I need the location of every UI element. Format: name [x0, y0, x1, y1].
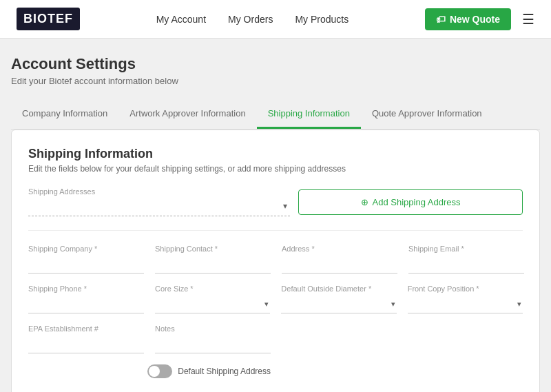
- notes-label: Notes: [155, 324, 271, 333]
- header-right: 🏷 New Quote ☰: [425, 8, 534, 30]
- core-size-select[interactable]: [155, 294, 270, 313]
- tab-artwork-approver[interactable]: Artwork Approver Information: [118, 100, 256, 129]
- form-row-3: EPA Establishment # Notes Default Shippi…: [28, 324, 523, 378]
- tab-quote-approver[interactable]: Quote Approver Information: [361, 100, 493, 129]
- form-row-1: Shipping Company * Shipping Contact * Ad…: [28, 245, 523, 274]
- nav-my-orders[interactable]: My Orders: [228, 14, 273, 25]
- shipping-company-input[interactable]: [28, 254, 144, 274]
- new-quote-label: New Quote: [450, 14, 500, 25]
- nav-my-account[interactable]: My Account: [156, 14, 206, 25]
- plus-circle-icon: ⊕: [361, 197, 368, 207]
- front-copy-position-select-wrap: [408, 294, 523, 313]
- shipping-contact-field: Shipping Contact *: [155, 245, 271, 274]
- add-shipping-address-button[interactable]: ⊕ Add Shipping Address: [298, 189, 523, 215]
- shipping-email-input[interactable]: [408, 254, 524, 274]
- tab-shipping-information[interactable]: Shipping Information: [257, 100, 361, 129]
- new-quote-icon: 🏷: [436, 14, 446, 25]
- epa-label: EPA Establishment #: [28, 324, 144, 333]
- shipping-addresses-select[interactable]: [28, 197, 290, 216]
- shipping-card-subtitle: Edit the fields below for your default s…: [28, 164, 523, 174]
- shipping-contact-input[interactable]: [155, 254, 271, 274]
- tabs-bar: Company Information Artwork Approver Inf…: [11, 100, 540, 130]
- front-copy-position-select[interactable]: [408, 294, 523, 313]
- tab-company-information[interactable]: Company Information: [11, 100, 118, 129]
- default-shipping-toggle-row: Default Shipping Address: [28, 364, 271, 378]
- address-select-label: Shipping Addresses: [28, 187, 290, 196]
- main-content: Account Settings Edit your Biotef accoun…: [0, 39, 551, 392]
- shipping-address-row: Shipping Addresses ▾ ⊕ Add Shipping Addr…: [28, 187, 523, 231]
- nav: My Account My Orders My Products: [156, 14, 349, 25]
- toggle-knob: [149, 366, 160, 377]
- epa-field: EPA Establishment #: [28, 324, 144, 353]
- shipping-email-label: Shipping Email *: [408, 245, 524, 253]
- default-outside-diameter-label: Default Outside Diameter *: [281, 285, 396, 293]
- notes-input[interactable]: [155, 334, 271, 353]
- default-shipping-toggle[interactable]: [147, 364, 172, 378]
- page-title: Account Settings: [11, 55, 540, 73]
- address-label: Address *: [282, 245, 397, 253]
- add-shipping-btn-label: Add Shipping Address: [373, 197, 461, 207]
- front-copy-position-label: Front Copy Position *: [408, 285, 523, 293]
- shipping-card-title: Shipping Information: [28, 147, 523, 161]
- address-input[interactable]: [282, 254, 397, 274]
- header: BIOTEF My Account My Orders My Products …: [0, 0, 551, 39]
- hamburger-menu-button[interactable]: ☰: [522, 11, 534, 28]
- shipping-card: Shipping Information Edit the fields bel…: [11, 130, 540, 392]
- front-copy-position-field: Front Copy Position *: [408, 285, 523, 313]
- new-quote-button[interactable]: 🏷 New Quote: [425, 8, 511, 30]
- shipping-contact-label: Shipping Contact *: [155, 245, 271, 253]
- address-field: Address *: [282, 245, 397, 274]
- page-subtitle: Edit your Biotef account information bel…: [11, 76, 540, 86]
- default-shipping-label: Default Shipping Address: [178, 367, 271, 376]
- core-size-label: Core Size *: [155, 285, 270, 293]
- default-outside-diameter-select[interactable]: [281, 294, 396, 313]
- notes-field: Notes: [155, 324, 271, 353]
- nav-my-products[interactable]: My Products: [295, 14, 349, 25]
- default-outside-diameter-select-wrap: [281, 294, 396, 313]
- form-row-2: Shipping Phone * Core Size * Default Out…: [28, 285, 523, 313]
- default-outside-diameter-field: Default Outside Diameter *: [281, 285, 396, 313]
- shipping-email-field: Shipping Email *: [408, 245, 524, 274]
- shipping-company-label: Shipping Company *: [28, 245, 144, 253]
- shipping-company-field: Shipping Company *: [28, 245, 144, 274]
- address-select-wrapper: Shipping Addresses ▾: [28, 187, 290, 216]
- logo: BIOTEF: [17, 8, 80, 30]
- shipping-phone-field: Shipping Phone *: [28, 285, 144, 313]
- core-size-field: Core Size *: [155, 285, 270, 313]
- core-size-select-wrap: [155, 294, 270, 313]
- shipping-phone-input[interactable]: [28, 294, 144, 313]
- epa-input[interactable]: [28, 334, 144, 353]
- shipping-phone-label: Shipping Phone *: [28, 285, 144, 293]
